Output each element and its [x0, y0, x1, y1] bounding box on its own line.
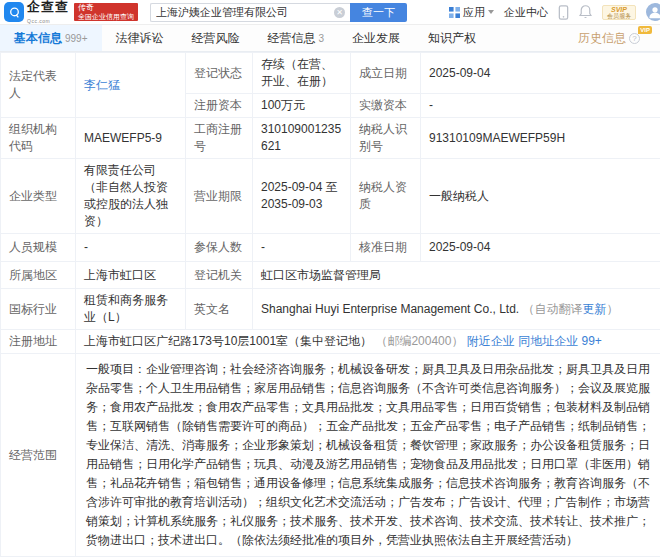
approval-date-label: 核准日期 — [351, 234, 421, 262]
staff-size-label: 人员规模 — [1, 234, 76, 262]
english-name-text: Shanghai Huyi Enterprise Management Co.,… — [261, 302, 519, 316]
tab-ip[interactable]: 知识产权 — [414, 25, 490, 51]
company-type-label: 企业类型 — [1, 159, 76, 234]
auto-translate-note-close: ） — [607, 302, 619, 316]
tab-bar: 基本信息 999+ 法律诉讼 经营风险 经营信息 3 企业发展 知识产权 历史信… — [0, 25, 660, 52]
insured-value: - — [253, 234, 351, 262]
reg-status-label: 登记状态 — [186, 53, 253, 94]
scope-value: 一般项目：企业管理咨询；社会经济咨询服务；机械设备研发；厨具卫具及日用杂品批发；… — [76, 354, 660, 557]
qcc-company-page: 企查查 Qcc.com 传奇 全国企业信用查询 ✕ 查一下 应用 企业中心 — [0, 0, 660, 560]
tab-label: 经营风险 — [192, 30, 240, 47]
reg-address-value: 上海市虹口区广纪路173号10层1001室（集中登记地） （邮编200400） … — [76, 330, 660, 354]
tab-count: 999+ — [65, 33, 88, 44]
search-box: ✕ — [150, 3, 350, 22]
apps-menu[interactable]: 应用 — [449, 5, 494, 20]
org-code-label: 组织机构代码 — [1, 118, 76, 159]
nearby-companies-link[interactable]: 附近企业 — [467, 334, 515, 348]
svip-sublabel: 会员服务 — [607, 13, 631, 19]
tab-label: 企业发展 — [352, 30, 400, 47]
legal-rep-value: 李仁猛 — [76, 53, 186, 118]
paid-capital-value: - — [421, 94, 660, 118]
paid-capital-label: 实缴资本 — [351, 94, 421, 118]
qcc-logo[interactable]: 企查查 Qcc.com 传奇 全国企业信用查询 — [4, 0, 138, 25]
tab-development[interactable]: 企业发展 — [338, 25, 414, 51]
est-date-label: 成立日期 — [351, 53, 421, 94]
chevron-down-icon — [488, 10, 494, 14]
mobile-icon[interactable] — [558, 5, 569, 20]
translate-update-link[interactable]: 更新 — [583, 302, 607, 316]
clear-search-icon[interactable]: ✕ — [334, 7, 345, 18]
taxpayer-quality-label: 纳税人资质 — [351, 159, 421, 234]
basic-info-table: 法定代表人 李仁猛 登记状态 存续（在营、开业、在册） 成立日期 2025-09… — [0, 52, 660, 557]
vip-tag: VIP — [638, 26, 652, 34]
staff-size-value: - — [76, 234, 186, 262]
bell-icon[interactable] — [579, 5, 592, 19]
reg-authority-label: 登记机关 — [186, 262, 253, 289]
tab-label: 历史信息 — [578, 30, 626, 47]
approval-date-value: 2025-09-04 — [421, 234, 660, 262]
slogan-line2: 全国企业信用查询 — [78, 13, 134, 21]
biz-reg-no-value: 310109001235621 — [253, 118, 351, 159]
search-button[interactable]: 查一下 — [350, 3, 407, 22]
biz-reg-no-label: 工商注册号 — [186, 118, 253, 159]
qcc-logo-icon — [4, 2, 24, 22]
tab-label: 法律诉讼 — [116, 30, 164, 47]
slogan-line1: 传奇 — [78, 4, 134, 13]
est-date-value: 2025-09-04 — [421, 53, 660, 94]
tab-label: 知识产权 — [428, 30, 476, 47]
brand-name: 企查查 — [27, 0, 69, 14]
tab-history[interactable]: 历史信息 VIP ? — [564, 25, 654, 51]
region-label: 所属地区 — [1, 262, 76, 289]
org-code-value: MAEWEFP5-9 — [76, 118, 186, 159]
tab-label: 经营信息 — [268, 30, 316, 47]
scope-label: 经营范围 — [1, 354, 76, 557]
top-bar: 企查查 Qcc.com 传奇 全国企业信用查询 ✕ 查一下 应用 企业中心 — [0, 0, 660, 25]
search-input[interactable] — [156, 6, 334, 18]
legal-rep-link[interactable]: 李仁猛 — [84, 78, 120, 92]
taxpayer-id-value: 91310109MAEWEFP59H — [421, 118, 660, 159]
reg-capital-value: 100万元 — [253, 94, 351, 118]
grid-icon — [449, 7, 460, 18]
tab-business-info[interactable]: 经营信息 3 — [254, 25, 339, 51]
svip-badge[interactable]: SVIP 会员服务 — [602, 5, 636, 20]
tab-basic-info[interactable]: 基本信息 999+ — [0, 25, 102, 51]
zip-code: （邮编200400） — [375, 334, 463, 348]
help-icon[interactable]: ? — [629, 33, 640, 44]
same-address-link[interactable]: 同地址企业 99+ — [518, 334, 602, 348]
brand-text: 企查查 Qcc.com — [27, 0, 69, 25]
reg-address-text: 上海市虹口区广纪路173号10层1001室（集中登记地） — [84, 334, 372, 348]
taxpayer-quality-value: 一般纳税人 — [421, 159, 660, 234]
region-value: 上海市虹口区 — [76, 262, 186, 289]
biz-term-label: 营业期限 — [186, 159, 253, 234]
reg-capital-label: 注册资本 — [186, 94, 253, 118]
legal-rep-label: 法定代表人 — [1, 53, 76, 118]
tab-label: 基本信息 — [14, 30, 62, 47]
tab-legal[interactable]: 法律诉讼 — [102, 25, 178, 51]
reg-status-value: 存续（在营、开业、在册） — [253, 53, 351, 94]
reg-authority-value: 虹口区市场监督管理局 — [253, 262, 660, 289]
top-right-nav: 应用 企业中心 SVIP 会员服务 — [449, 3, 656, 21]
taxpayer-id-label: 纳税人识别号 — [351, 118, 421, 159]
tab-count: 3 — [319, 33, 325, 44]
brand-slogan: 传奇 全国企业信用查询 — [74, 3, 138, 21]
svip-label: SVIP — [607, 6, 631, 13]
tab-business-risk[interactable]: 经营风险 — [178, 25, 254, 51]
avatar[interactable] — [646, 3, 660, 21]
brand-domain: Qcc.com — [27, 18, 50, 24]
insured-label: 参保人数 — [186, 234, 253, 262]
enterprise-center-link[interactable]: 企业中心 — [504, 5, 548, 20]
reg-address-label: 注册地址 — [1, 330, 76, 354]
english-name-value: Shanghai Huyi Enterprise Management Co.,… — [253, 289, 660, 330]
company-type-value: 有限责任公司（非自然人投资或控股的法人独资） — [76, 159, 186, 234]
english-name-label: 英文名 — [186, 289, 253, 330]
apps-label: 应用 — [463, 5, 485, 20]
search-area: ✕ 查一下 — [150, 3, 407, 22]
auto-translate-note: （自动翻译 — [523, 302, 583, 316]
industry-label: 国标行业 — [1, 289, 76, 330]
industry-value: 租赁和商务服务业（L） — [76, 289, 186, 330]
biz-term-value: 2025-09-04 至 2035-09-03 — [253, 159, 351, 234]
